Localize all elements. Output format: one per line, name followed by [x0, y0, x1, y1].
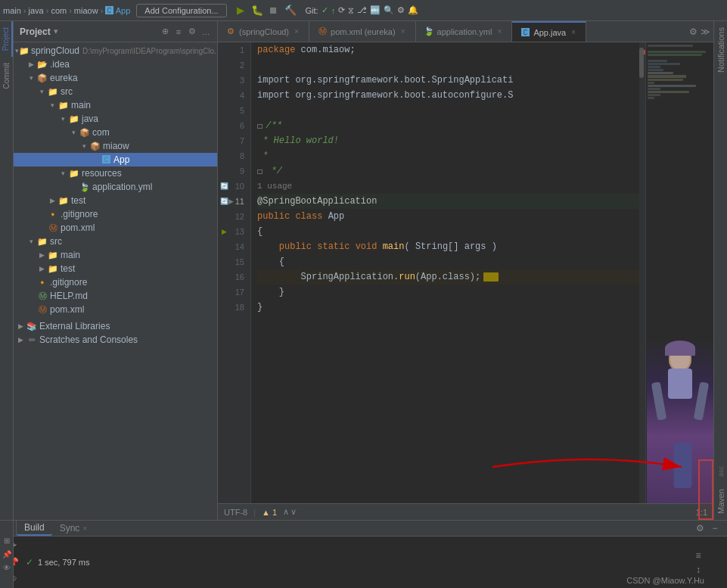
bottom-icon-1[interactable]: ≡: [692, 549, 704, 562]
tree-item-app[interactable]: ▶ 🅲 App: [14, 153, 217, 166]
settings-icon[interactable]: ⚙: [397, 5, 405, 15]
line-5: 5: [218, 103, 250, 118]
stop-button[interactable]: ⏹: [266, 3, 281, 18]
bottom-minimize-icon[interactable]: −: [709, 522, 721, 534]
bottom-tabs: Build Sync × ⚙ −: [0, 521, 727, 537]
bc-main[interactable]: main: [3, 6, 21, 15]
tree-item-gitignore1[interactable]: ▶ 🔸 .gitignore: [14, 207, 217, 221]
debug-button[interactable]: 🐛: [250, 3, 265, 18]
run-gutter-13[interactable]: ▶: [219, 227, 228, 236]
notifications-icon[interactable]: 🔔: [408, 5, 418, 15]
code-line-6: ◻/**: [257, 118, 639, 133]
tree-label-pomxml1: pom.xml: [61, 222, 95, 233]
tab-close-appjava[interactable]: ×: [569, 28, 578, 37]
tab-appjava[interactable]: 🅲 App.java ×: [512, 21, 586, 42]
more-icon[interactable]: …: [200, 26, 211, 37]
bc-java[interactable]: java: [29, 6, 44, 15]
tree-expand-src2: ▾: [26, 236, 36, 247]
tree-item-helpmd[interactable]: ▶ Ⓜ HELP.md: [14, 289, 217, 303]
bottom-settings-icon[interactable]: ⚙: [694, 522, 706, 534]
bc-app[interactable]: 🅲 App: [105, 6, 130, 15]
bc-com[interactable]: com: [51, 6, 67, 15]
build-tab[interactable]: Build: [17, 521, 52, 536]
structure-icon-1[interactable]: ⊞: [2, 536, 12, 546]
project-panel-label[interactable]: Project: [0, 21, 13, 57]
tree-item-miaow[interactable]: ▾ 📦 miaow: [14, 139, 217, 153]
editor-tabs: ⚙ (springCloud) × Ⓜ pom.xml (eureka) × 🍃…: [218, 21, 713, 42]
tree-item-src[interactable]: ▾ 📁 src: [14, 85, 217, 98]
tab-more-icon[interactable]: ≫: [701, 26, 710, 37]
tree-item-eureka[interactable]: ▾ 📦 eureka: [14, 71, 217, 85]
tree-item-scratches[interactable]: ▶ ✏ Scratches and Consoles: [14, 333, 217, 347]
tab-appyml[interactable]: 🍃 application.yml ×: [416, 21, 513, 42]
search-icon[interactable]: 🔍: [384, 5, 394, 15]
run-gutter-10[interactable]: 🔄: [219, 182, 228, 191]
code-scrollbar[interactable]: [639, 42, 645, 503]
nav-up-arrow[interactable]: ∧: [283, 507, 289, 517]
tree-item-main2[interactable]: ▶ 📁 main: [14, 248, 217, 262]
tab-close-pomxml[interactable]: ×: [399, 27, 408, 36]
structure-icon-2[interactable]: 📌: [2, 549, 12, 560]
run-button[interactable]: ▶: [233, 3, 248, 18]
structure-icon-3[interactable]: 👁: [2, 563, 12, 574]
line-16: 16: [218, 269, 250, 285]
tree-item-ext-libs[interactable]: ▶ 📚 External Libraries: [14, 319, 217, 333]
tab-pomxml[interactable]: Ⓜ pom.xml (eureka) ×: [309, 21, 416, 42]
tree-item-src2[interactable]: ▾ 📁 src: [14, 235, 217, 248]
code-line-15: {: [257, 254, 639, 269]
git-history-icon[interactable]: ⧖: [348, 5, 354, 15]
tree-item-idea[interactable]: ▶ 📂 .idea: [14, 58, 217, 71]
notifications-panel-label[interactable]: Notifications: [715, 21, 727, 79]
sync-tab[interactable]: Sync ×: [52, 521, 95, 535]
tree-item-pomxml2[interactable]: ▶ Ⓜ pom.xml: [14, 303, 217, 316]
code-content[interactable]: package com.miaow; import org.springfram…: [251, 42, 639, 503]
tree-item-root[interactable]: ▾ 📁 springCloud D:\myProgram\IDEAProgram…: [14, 44, 217, 58]
tab-springcloud[interactable]: ⚙ (springCloud) ×: [218, 21, 309, 42]
tree-item-gitignore2[interactable]: ▶ 🔸 .gitignore: [14, 275, 217, 289]
locate-icon[interactable]: ⊕: [160, 26, 170, 37]
sync-tab-close[interactable]: ×: [82, 524, 87, 533]
nav-down-arrow[interactable]: ∨: [290, 507, 297, 517]
tree-item-test[interactable]: ▶ 📁 test: [14, 194, 217, 207]
tree-item-test2[interactable]: ▶ 📁 test: [14, 262, 217, 275]
git-commit-icon[interactable]: ✓: [322, 5, 328, 15]
file-encoding[interactable]: UTF-8: [224, 508, 247, 517]
commit-panel-label[interactable]: Commit: [1, 57, 12, 95]
line-18: 18: [218, 300, 250, 315]
git-push-icon[interactable]: ↑: [331, 6, 336, 15]
tree-item-java[interactable]: ▾ 📁 java: [14, 112, 217, 126]
tree-item-main[interactable]: ▾ 📁 main: [14, 98, 217, 112]
git-fetch-icon[interactable]: ⟳: [338, 5, 345, 15]
tree-expand-eureka: ▾: [26, 73, 36, 83]
bottom-icon-2[interactable]: ↕: [692, 564, 704, 576]
tab-close-springcloud[interactable]: ×: [292, 27, 301, 36]
collapse-icon[interactable]: ≡: [173, 26, 184, 37]
tab-close-appyml[interactable]: ×: [495, 27, 504, 36]
tree-item-appyml[interactable]: ▶ 🍃 application.yml: [14, 180, 217, 194]
java-icon: 📁: [68, 113, 80, 125]
warning-indicator[interactable]: ▲ 1: [262, 508, 277, 517]
add-configuration-button[interactable]: Add Configuration...: [136, 4, 226, 17]
bc-miaow[interactable]: miaow: [74, 6, 98, 15]
tree-item-resources[interactable]: ▾ 📁 resources: [14, 166, 217, 180]
tree-item-com[interactable]: ▾ 📦 com: [14, 126, 217, 139]
project-header-icons: ⊕ ≡ ⚙ …: [160, 26, 211, 37]
build-button[interactable]: 🔨: [283, 3, 298, 18]
git-translate-icon[interactable]: 🔤: [370, 5, 381, 15]
tab-settings-icon[interactable]: ⚙: [689, 26, 697, 37]
git-branch-icon[interactable]: ⎇: [357, 5, 367, 15]
tree-expand-miaow: ▾: [79, 141, 89, 151]
project-dropdown-arrow[interactable]: ▾: [54, 26, 58, 36]
scrollbar-thumb[interactable]: [639, 48, 644, 78]
tree-item-pomxml1[interactable]: ▶ Ⓜ pom.xml: [14, 221, 217, 235]
code-line-18: }: [257, 300, 639, 315]
settings-icon[interactable]: ⚙: [187, 26, 197, 37]
project-tree: ▾ 📁 springCloud D:\myProgram\IDEAProgram…: [14, 42, 217, 520]
tree-expand-idea: ▶: [26, 59, 36, 70]
maven-panel-label[interactable]: Maven: [715, 483, 727, 520]
test-icon: 📁: [57, 194, 70, 207]
code-line-5: [257, 103, 639, 118]
gitignore-icon: 🔸: [47, 208, 59, 220]
tree-label-eureka: eureka: [50, 73, 78, 83]
run-gutter-11[interactable]: 🔄: [219, 197, 228, 206]
